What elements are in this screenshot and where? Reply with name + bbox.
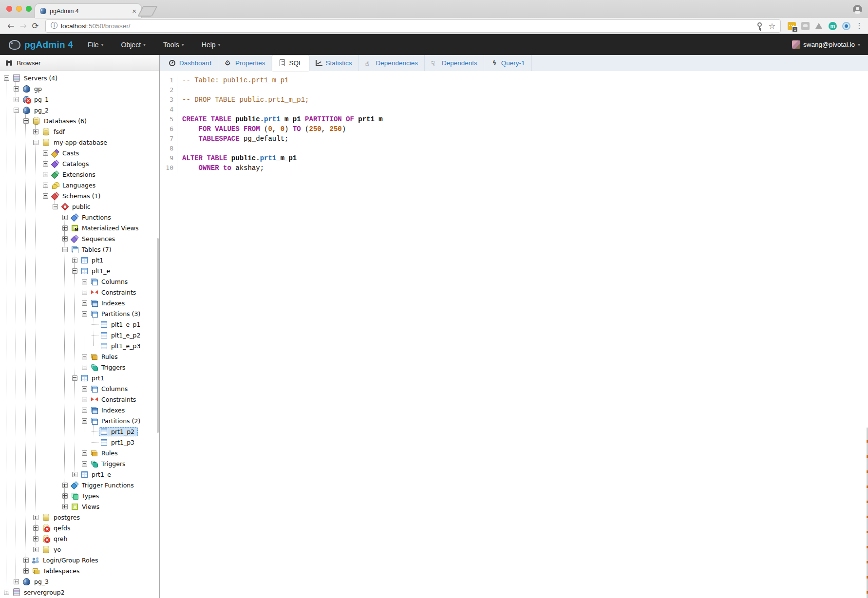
collapse-toggle-icon[interactable] xyxy=(72,375,77,381)
menu-object[interactable]: Object▾ xyxy=(121,41,146,49)
browser-tab[interactable]: pgAdmin 4 × xyxy=(35,4,141,18)
collapse-toggle-icon[interactable] xyxy=(43,193,48,199)
tree-item-views[interactable]: Views xyxy=(0,501,159,512)
expand-toggle-icon[interactable] xyxy=(62,236,68,242)
tree-item-qefds[interactable]: qefds xyxy=(0,523,159,533)
collapse-toggle-icon[interactable] xyxy=(53,204,58,209)
tree-item-extensions[interactable]: Extensions xyxy=(0,169,159,180)
tree-item-servergroup2[interactable]: servergroup2 xyxy=(0,587,159,598)
tab-dashboard[interactable]: Dashboard xyxy=(162,55,218,71)
tree-item-tablespaces[interactable]: Tablespaces xyxy=(0,565,159,576)
close-tab-icon[interactable]: × xyxy=(132,7,136,15)
tree-item-columns[interactable]: Columns xyxy=(0,383,159,394)
tree-item-rules[interactable]: Rules xyxy=(0,351,159,362)
expand-toggle-icon[interactable] xyxy=(62,215,68,220)
expand-toggle-icon[interactable] xyxy=(23,558,29,563)
tree-item-plt1-e-p1[interactable]: plt1_e_p1 xyxy=(0,319,159,330)
tree-item-plt1[interactable]: plt1 xyxy=(0,255,159,265)
collapse-toggle-icon[interactable] xyxy=(14,108,19,113)
tree-item-columns[interactable]: Columns xyxy=(0,276,159,287)
tree-item-types[interactable]: Types xyxy=(0,490,159,501)
tree-item-prt1[interactable]: prt1 xyxy=(0,373,159,383)
m-extension-icon[interactable]: m xyxy=(829,22,837,30)
expand-toggle-icon[interactable] xyxy=(82,397,87,402)
collapse-toggle-icon[interactable] xyxy=(23,118,29,124)
expand-toggle-icon[interactable] xyxy=(62,225,68,231)
tree-item-pg-3[interactable]: pg_3 xyxy=(0,576,159,587)
expand-toggle-icon[interactable] xyxy=(14,86,19,92)
tree-item-tables-7[interactable]: Tables (7) xyxy=(0,244,159,255)
address-bar[interactable]: ⓘ localhost :5050/browser/ ☆ xyxy=(45,19,781,33)
expand-toggle-icon[interactable] xyxy=(82,279,87,284)
tree-item-prt1-p3[interactable]: prt1_p3 xyxy=(0,437,159,448)
tree-item-plt1-e-p2[interactable]: plt1_e_p2 xyxy=(0,330,159,340)
collapse-toggle-icon[interactable] xyxy=(82,418,87,424)
browser-profile-icon[interactable] xyxy=(853,5,862,14)
expand-toggle-icon[interactable] xyxy=(43,172,48,177)
drive-extension-icon[interactable] xyxy=(815,22,823,30)
tree-item-login-group-roles[interactable]: Login/Group Roles xyxy=(0,555,159,565)
tree-item-indexes[interactable]: Indexes xyxy=(0,298,159,308)
collapse-toggle-icon[interactable] xyxy=(33,140,38,145)
minimize-window-button[interactable] xyxy=(16,6,22,12)
back-button[interactable]: ← xyxy=(5,21,17,31)
expand-toggle-icon[interactable] xyxy=(82,300,87,306)
tree-item-plt1-e-p3[interactable]: plt1_e_p3 xyxy=(0,340,159,351)
tree-item-partitions-2[interactable]: Partitions (2) xyxy=(0,415,159,426)
collapse-toggle-icon[interactable] xyxy=(62,247,68,252)
forward-button[interactable]: → xyxy=(17,21,29,31)
expand-toggle-icon[interactable] xyxy=(82,461,87,467)
tree-item-constraints[interactable]: Constraints xyxy=(0,287,159,298)
expand-toggle-icon[interactable] xyxy=(82,354,87,359)
close-window-button[interactable] xyxy=(6,6,12,12)
expand-toggle-icon[interactable] xyxy=(72,472,77,477)
password-key-icon[interactable] xyxy=(756,22,762,30)
tree-item-triggers[interactable]: Triggers xyxy=(0,362,159,373)
tree-item-servers-4[interactable]: Servers (4) xyxy=(0,73,159,83)
expand-toggle-icon[interactable] xyxy=(33,547,38,552)
tree-item-functions[interactable]: Functions xyxy=(0,212,159,223)
tree-item-catalogs[interactable]: Catalogs xyxy=(0,158,159,169)
collapse-toggle-icon[interactable] xyxy=(82,311,87,317)
tab-properties[interactable]: Properties xyxy=(218,55,272,71)
expand-toggle-icon[interactable] xyxy=(43,183,48,188)
tab-statistics[interactable]: Statistics xyxy=(309,55,359,71)
tree-item-pg-1[interactable]: pg_1 xyxy=(0,94,159,105)
expand-toggle-icon[interactable] xyxy=(82,408,87,413)
passwords-extension-icon[interactable]: 1 xyxy=(788,22,796,30)
browser-menu-icon[interactable]: ⋮ xyxy=(855,21,863,30)
tab-dependents[interactable]: Dependents xyxy=(425,55,484,71)
tree-item-indexes[interactable]: Indexes xyxy=(0,405,159,415)
collapse-toggle-icon[interactable] xyxy=(4,75,9,81)
tree-item-schemas-1[interactable]: Schemas (1) xyxy=(0,190,159,201)
tree-item-pg-2[interactable]: pg_2 xyxy=(0,105,159,115)
tree-item-languages[interactable]: Languages xyxy=(0,180,159,190)
tree-item-my-app-database[interactable]: my-app-database xyxy=(0,137,159,148)
reload-button[interactable]: ⟳ xyxy=(29,21,41,31)
tree-item-yo[interactable]: yo xyxy=(0,544,159,555)
tree-scrollbar-thumb[interactable] xyxy=(157,238,159,433)
zoom-window-button[interactable] xyxy=(26,6,32,12)
tree-item-public[interactable]: public xyxy=(0,201,159,212)
expand-toggle-icon[interactable] xyxy=(33,525,38,531)
tree-item-databases-6[interactable]: Databases (6) xyxy=(0,115,159,126)
tree-item-plt1-e[interactable]: plt1_e xyxy=(0,265,159,276)
expand-toggle-icon[interactable] xyxy=(33,129,38,134)
sql-code[interactable]: 1-- Table: public.prt1_m_p123-- DROP TAB… xyxy=(160,71,868,598)
expand-toggle-icon[interactable] xyxy=(43,161,48,167)
expand-toggle-icon[interactable] xyxy=(62,493,68,499)
expand-toggle-icon[interactable] xyxy=(72,258,77,263)
tab-query-1[interactable]: Query-1 xyxy=(484,55,532,71)
menu-tools[interactable]: Tools▾ xyxy=(163,41,184,49)
clock-extension-icon[interactable] xyxy=(842,22,850,30)
tree-item-materialized-views[interactable]: MMaterialized Views xyxy=(0,223,159,233)
expand-toggle-icon[interactable] xyxy=(62,504,68,509)
tree-item-constraints[interactable]: Constraints xyxy=(0,394,159,405)
expand-toggle-icon[interactable] xyxy=(82,365,87,370)
expand-toggle-icon[interactable] xyxy=(14,579,19,584)
tab-sql[interactable]: SQL xyxy=(272,55,309,71)
expand-toggle-icon[interactable] xyxy=(43,150,48,156)
tree-item-trigger-functions[interactable]: Trigger Functions xyxy=(0,480,159,490)
menu-help[interactable]: Help▾ xyxy=(202,41,221,49)
expand-toggle-icon[interactable] xyxy=(33,515,38,520)
